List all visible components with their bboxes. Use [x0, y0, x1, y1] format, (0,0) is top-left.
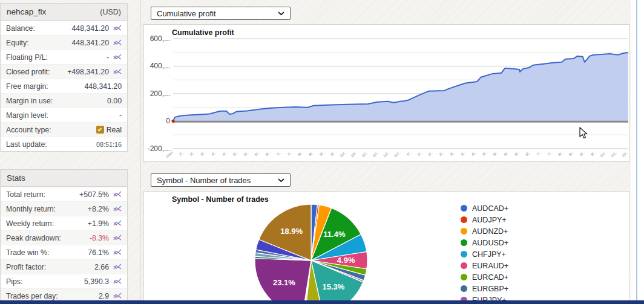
row-value: - [48, 53, 109, 62]
row-label: Margin in use: [6, 97, 53, 105]
chart-icon[interactable] [113, 39, 122, 46]
chart-type-select-value: Cumulative profit [157, 9, 216, 18]
svg-text:7/..: 7/.. [536, 150, 542, 157]
svg-text:9/..: 9/.. [590, 150, 596, 157]
table-row: Closed profit: +498,341.20 [1, 64, 127, 79]
svg-text:3/..: 3/.. [200, 150, 206, 157]
pie-type-select-value: Symbol - Number of trades [157, 176, 251, 185]
svg-text:11/..: 11/.. [361, 150, 369, 158]
table-row: Free margin: 448,341.20 [1, 79, 127, 93]
chart-type-select[interactable]: Cumulative profit [151, 7, 291, 20]
pie-title: Symbol - Number of trades [172, 195, 269, 204]
svg-text:9/..: 9/.. [579, 150, 585, 157]
svg-text:6/..: 6/.. [254, 150, 260, 157]
svg-text:400,...: 400,... [150, 62, 170, 70]
chart-icon[interactable] [113, 25, 122, 31]
legend-dot [461, 205, 467, 212]
content-divider [140, 0, 140, 304]
chart-icon[interactable] [113, 205, 122, 212]
table-row: Margin level: - [1, 108, 127, 122]
mouse-cursor [579, 127, 588, 141]
row-value: +8.2% [56, 205, 109, 213]
chart-icon[interactable] [113, 68, 122, 75]
svg-text:23.1%: 23.1% [273, 278, 295, 287]
chart-icon[interactable] [113, 54, 122, 60]
account-panel-header: nehcap_fix (USD) [1, 4, 127, 21]
stats-rows: Total return: +507.5% Monthly return: +8… [1, 187, 127, 303]
svg-text:-200,...: -200,... [148, 144, 170, 153]
chart-icon[interactable] [113, 191, 122, 198]
legend-label: EURGBP+ [472, 285, 508, 293]
svg-text:8/..: 8/.. [568, 150, 574, 157]
bottom-bar [0, 300, 644, 304]
table-row: Account type: ✔Real [1, 122, 127, 137]
row-value: 5,390.3 [22, 277, 109, 286]
chart-icon[interactable] [113, 264, 122, 270]
stats-panel-header: Stats [1, 170, 127, 187]
table-row: Last update: 08:51:16 [1, 137, 127, 151]
real-account-checkbox[interactable]: ✔ [96, 126, 104, 134]
row-value: - [48, 111, 122, 120]
table-row: Peak drawdown: -8.3% [1, 230, 127, 245]
row-label: Last update: [6, 140, 47, 149]
legend-label: AUDUSD+ [472, 239, 508, 247]
chart-icon[interactable] [113, 278, 122, 285]
legend-item[interactable]: CHFJPY+ [461, 248, 508, 260]
svg-text:2/..: 2/.. [427, 150, 433, 157]
row-value: 0.00 [53, 97, 122, 105]
svg-text:5/..: 5/.. [232, 150, 238, 157]
legend-item[interactable]: EURCAD+ [461, 271, 508, 283]
chart-icon[interactable] [113, 293, 122, 299]
legend-dot [461, 262, 467, 269]
chart-icon[interactable] [113, 220, 122, 227]
table-row: Monthly return: +8.2% [1, 201, 127, 216]
svg-text:8/..: 8/.. [297, 150, 303, 157]
svg-text:6/..: 6/.. [525, 150, 531, 157]
row-label: Free margin: [6, 82, 48, 91]
legend-label: AUDNZD+ [472, 227, 508, 236]
svg-text:3/..: 3/.. [460, 150, 466, 157]
svg-text:18.9%: 18.9% [280, 227, 303, 236]
svg-text:4/..: 4/.. [211, 150, 217, 157]
legend-item[interactable]: EURAUD+ [461, 260, 508, 271]
stats-panel: Stats Total return: +507.5% Monthly retu… [0, 169, 128, 303]
table-row: Equity: 448,341.20 [1, 35, 127, 50]
chart-icon[interactable] [113, 249, 122, 256]
svg-text:1/..: 1/.. [406, 150, 412, 157]
legend-dot [461, 274, 467, 280]
row-label: Closed profit: [6, 68, 50, 76]
pie-type-select[interactable]: Symbol - Number of trades [151, 173, 291, 187]
table-row: Total return: +507.5% [1, 187, 127, 201]
legend-dot [461, 251, 467, 257]
legend-dot [461, 216, 467, 223]
legend-item[interactable]: AUDUSD+ [461, 237, 508, 248]
table-row: Pips: 5,390.3 [1, 274, 127, 288]
chart-icon[interactable] [113, 234, 122, 241]
chevron-down-icon [278, 178, 284, 183]
table-row: Trade win %: 76.1% [1, 245, 127, 259]
table-row: Balance: 448,341.20 [1, 21, 127, 35]
row-value: +507.5% [45, 190, 109, 199]
row-label: Profit factor: [6, 263, 46, 271]
svg-text:600,...: 600,... [150, 34, 170, 43]
legend-item[interactable]: AUDJPY+ [461, 214, 508, 225]
svg-text:12/..: 12/.. [393, 150, 401, 158]
symbol-trades-pie-chart: 11.4%4.9%15.3%23.1%18.9% [144, 192, 629, 304]
legend-dot [461, 239, 467, 246]
row-value: +498,341.20 [50, 68, 109, 76]
svg-text:9/..: 9/.. [330, 150, 336, 157]
legend-label: CHFJPY+ [472, 250, 506, 259]
svg-text:2/..: 2/.. [178, 150, 184, 157]
row-label: Weekly return: [6, 219, 54, 228]
legend-label: AUDCAD+ [472, 204, 508, 213]
row-value: 448,341.20 [35, 24, 109, 33]
account-name: nehcap_fix [7, 7, 46, 16]
legend-item[interactable]: EURGBP+ [461, 283, 508, 294]
svg-text:2/..: 2/.. [438, 150, 444, 157]
legend-item[interactable]: AUDNZD+ [461, 225, 508, 237]
svg-text:4/..: 4/.. [482, 150, 488, 157]
svg-text:8/..: 8/.. [308, 150, 314, 157]
svg-text:10/..: 10/.. [339, 150, 347, 158]
svg-text:10/..: 10/.. [350, 150, 358, 158]
legend-item[interactable]: AUDCAD+ [461, 202, 508, 214]
